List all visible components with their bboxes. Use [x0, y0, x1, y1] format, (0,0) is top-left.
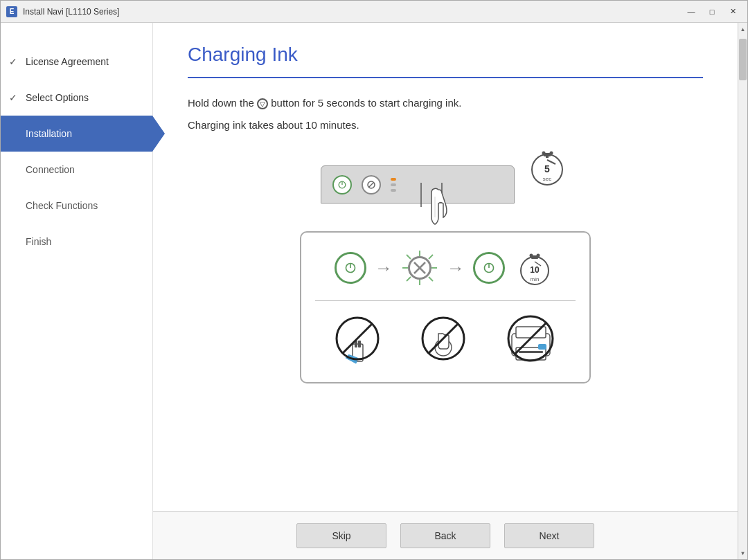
title-divider: [188, 77, 703, 78]
sidebar-item-connection[interactable]: Connection: [1, 152, 152, 188]
svg-text:5: 5: [544, 163, 550, 174]
scroll-track: [738, 35, 747, 547]
application-window: E Install Navi [L1110 Series] — □ ✕ Lice…: [0, 0, 748, 560]
bottom-bar: Skip Back Next: [153, 511, 738, 559]
arrow-right-1: →: [375, 258, 393, 279]
scrollbar: ▲ ▼: [738, 23, 747, 559]
instruction-line2: Charging ink takes about 10 minutes.: [188, 117, 703, 134]
printer-panel-area: 5 sec: [300, 145, 591, 235]
instruction-line1: Hold down the ▽ button for 5 seconds to …: [188, 95, 703, 111]
svg-point-8: [550, 152, 553, 155]
stop-button-printer: [362, 175, 381, 195]
content-panel: Charging Ink Hold down the ▽ button for …: [153, 23, 738, 559]
scroll-down-arrow[interactable]: ▼: [738, 547, 748, 559]
arrow-right-2: →: [447, 258, 465, 279]
svg-rect-50: [538, 344, 546, 350]
timer-10min: 10 min: [513, 246, 556, 289]
svg-point-7: [542, 152, 546, 155]
svg-line-23: [429, 255, 433, 259]
svg-rect-39: [358, 341, 361, 347]
led-2: [391, 183, 396, 186]
power-btn-green: [473, 252, 505, 284]
illustration: 5 sec: [188, 145, 703, 383]
scroll-up-arrow[interactable]: ▲: [738, 23, 748, 35]
svg-line-21: [407, 255, 411, 259]
sidebar-item-check-functions[interactable]: Check Functions: [1, 188, 152, 224]
svg-text:min: min: [531, 276, 540, 282]
sidebar-item-license-agreement[interactable]: License Agreement: [1, 44, 152, 80]
svg-rect-31: [533, 255, 536, 259]
no-do-unplug: [332, 309, 384, 368]
sidebar: License Agreement Select Options Install…: [1, 23, 153, 559]
power-button-printer: [332, 175, 352, 195]
window-controls: — □ ✕: [682, 5, 742, 19]
maximize-button[interactable]: □: [703, 5, 721, 19]
led-3: [391, 189, 396, 192]
close-button[interactable]: ✕: [724, 5, 742, 19]
led-1: [391, 178, 396, 181]
main-area: License Agreement Select Options Install…: [1, 23, 747, 559]
svg-rect-49: [519, 351, 543, 353]
svg-text:sec: sec: [543, 176, 551, 182]
svg-line-24: [407, 277, 411, 281]
diagram-box: →: [300, 231, 591, 383]
svg-rect-6: [546, 154, 549, 158]
no-do-printer: [504, 309, 559, 368]
sidebar-item-select-options[interactable]: Select Options: [1, 80, 152, 116]
power-btn-normal: [335, 252, 366, 284]
window-title: Install Navi [L1110 Series]: [23, 7, 677, 17]
svg-text:10: 10: [530, 265, 540, 275]
svg-line-3: [369, 182, 374, 187]
no-do-row: [315, 309, 576, 368]
svg-point-33: [537, 254, 540, 258]
sidebar-item-installation[interactable]: Installation: [1, 116, 152, 152]
svg-line-22: [429, 277, 433, 281]
finger-pointing: [407, 179, 463, 235]
scroll-thumb[interactable]: [739, 39, 747, 80]
next-button[interactable]: Next: [504, 523, 594, 548]
content-with-scrollbar: Charging Ink Hold down the ▽ button for …: [153, 23, 747, 559]
app-icon: E: [6, 6, 17, 17]
power-seq-row: →: [315, 246, 576, 289]
sidebar-item-finish[interactable]: Finish: [1, 224, 152, 260]
title-bar: E Install Navi [L1110 Series] — □ ✕: [1, 1, 747, 23]
leds: [391, 178, 396, 192]
svg-point-32: [530, 254, 533, 258]
timer-5sec: 5 sec: [525, 145, 570, 190]
power-btn-spinning: [401, 249, 438, 287]
minimize-button[interactable]: —: [682, 5, 700, 19]
no-do-power-button: [418, 309, 470, 368]
diagram-divider: [315, 300, 576, 301]
skip-button[interactable]: Skip: [296, 523, 386, 548]
back-button[interactable]: Back: [400, 523, 490, 548]
content-body: Charging Ink Hold down the ▽ button for …: [153, 23, 738, 511]
page-title: Charging Ink: [188, 44, 703, 66]
